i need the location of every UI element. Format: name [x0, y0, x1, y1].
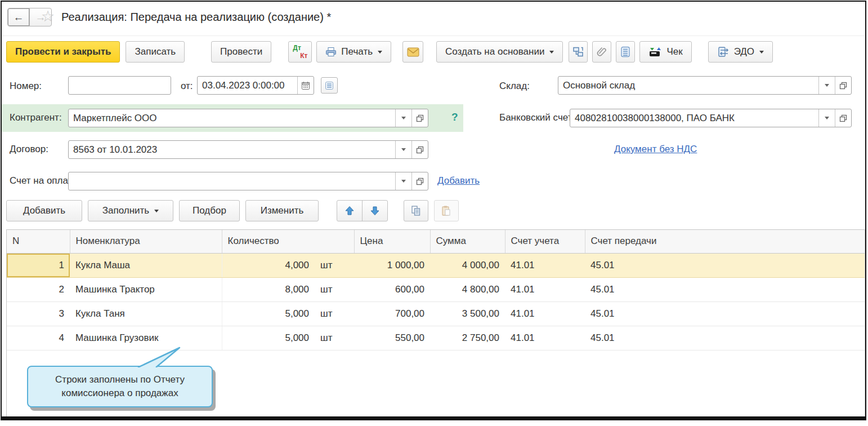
- invoice-add-link[interactable]: Добавить: [437, 175, 480, 187]
- cell-price[interactable]: 1 000,00: [354, 253, 430, 277]
- print-label: Печать: [341, 46, 373, 57]
- col-account[interactable]: Счет учета: [505, 230, 585, 253]
- cell-transfer_account[interactable]: 45.01: [585, 277, 865, 301]
- add-row-button[interactable]: Добавить: [6, 200, 82, 221]
- fill-button[interactable]: Заполнить: [88, 200, 173, 221]
- edo-button[interactable]: ЭДО: [708, 41, 773, 63]
- post-and-close-button[interactable]: Провести и закрыть: [6, 41, 120, 63]
- cell-account[interactable]: 41.01: [505, 253, 585, 277]
- pick-button[interactable]: Подбор: [179, 200, 240, 221]
- table-row[interactable]: 3Кукла Таня5,000шт700,003 500,0041.0145.…: [7, 301, 865, 326]
- warehouse-input[interactable]: Основной склад: [558, 76, 852, 95]
- cell-n[interactable]: 4: [7, 326, 70, 350]
- table-row[interactable]: 2Машинка Трактор8,000шт600,004 800,0041.…: [7, 277, 865, 301]
- cell-account[interactable]: 41.01: [505, 326, 585, 350]
- contract-value[interactable]: 8563 от 10.01.2023: [69, 141, 395, 158]
- back-button[interactable]: ←: [7, 8, 30, 26]
- save-button[interactable]: Записать: [126, 41, 185, 63]
- cell-nomenclature[interactable]: Кукла Таня: [70, 301, 222, 326]
- col-price[interactable]: Цена: [354, 230, 430, 253]
- copy-button[interactable]: [404, 200, 428, 221]
- paste-button[interactable]: [434, 200, 459, 221]
- number-input[interactable]: [68, 76, 171, 95]
- cell-n[interactable]: 3: [7, 301, 70, 326]
- cell-qty[interactable]: 4,000: [222, 253, 315, 277]
- printer-icon: [325, 46, 337, 57]
- counterparty-help-link[interactable]: ?: [451, 111, 458, 123]
- items-table: N Номенклатура Количество Цена Сумма Сче…: [7, 230, 865, 350]
- date-input[interactable]: 03.04.2023 0:00:00: [197, 76, 314, 95]
- cell-price[interactable]: 600,00: [354, 277, 430, 301]
- warehouse-value[interactable]: Основной склад: [558, 77, 818, 94]
- move-up-button[interactable]: [337, 200, 363, 221]
- edo-exchange-icon: [717, 46, 730, 57]
- cell-unit[interactable]: шт: [315, 301, 354, 326]
- cell-unit[interactable]: шт: [315, 277, 354, 301]
- cell-n[interactable]: 1: [7, 253, 70, 277]
- cell-sum[interactable]: 4 800,00: [430, 277, 505, 301]
- cell-nomenclature[interactable]: Кукла Маша: [70, 253, 222, 277]
- cell-sum[interactable]: 3 500,00: [430, 301, 505, 326]
- report-button[interactable]: [616, 41, 635, 63]
- dropdown-button[interactable]: [395, 109, 411, 127]
- post-button[interactable]: Провести: [211, 41, 271, 63]
- cell-transfer_account[interactable]: 45.01: [585, 253, 865, 277]
- table-row[interactable]: 1Кукла Маша4,000шт1 000,004 000,0041.014…: [7, 253, 865, 277]
- cell-sum[interactable]: 2 750,00: [430, 326, 505, 350]
- bank-account-value[interactable]: 40802810038000138000, ПАО БАНК: [570, 109, 818, 127]
- cell-sum[interactable]: 4 000,00: [430, 253, 505, 277]
- bank-account-input[interactable]: 40802810038000138000, ПАО БАНК: [570, 109, 852, 127]
- cell-nomenclature[interactable]: Машинка Трактор: [70, 277, 222, 301]
- dropdown-button[interactable]: [395, 141, 411, 158]
- calendar-button[interactable]: [297, 77, 314, 94]
- open-button[interactable]: [411, 141, 428, 158]
- cell-qty[interactable]: 5,000: [222, 301, 315, 326]
- col-n[interactable]: N: [7, 230, 70, 253]
- number-value[interactable]: [69, 77, 171, 94]
- open-button[interactable]: [411, 172, 428, 190]
- cell-qty[interactable]: 8,000: [222, 277, 315, 301]
- cell-price[interactable]: 550,00: [354, 326, 430, 350]
- col-transfer-account[interactable]: Счет передачи: [585, 230, 865, 253]
- dt-kt-button[interactable]: Дт Кт: [288, 41, 312, 63]
- cell-unit[interactable]: шт: [315, 326, 354, 350]
- cell-price[interactable]: 700,00: [354, 301, 430, 326]
- cell-n[interactable]: 2: [7, 277, 70, 301]
- dropdown-button[interactable]: [818, 109, 835, 127]
- counterparty-input[interactable]: Маркетплейс ООО: [68, 109, 428, 127]
- related-documents-button[interactable]: [569, 41, 588, 63]
- dropdown-button[interactable]: [818, 77, 835, 94]
- table-row[interactable]: 4Машинка Грузовик5,000шт550,002 750,0041…: [7, 326, 865, 350]
- invoice-value[interactable]: [69, 172, 395, 190]
- open-icon: [416, 114, 424, 122]
- cell-qty[interactable]: 5,000: [222, 326, 315, 350]
- chevron-down-icon: [401, 117, 406, 119]
- col-sum[interactable]: Сумма: [430, 230, 505, 253]
- dropdown-button[interactable]: [395, 172, 411, 190]
- col-quantity[interactable]: Количество: [222, 230, 354, 253]
- favorite-star-icon[interactable]: ☆: [41, 7, 55, 25]
- attachments-button[interactable]: [592, 41, 611, 63]
- contract-input[interactable]: 8563 от 10.01.2023: [68, 140, 428, 159]
- move-down-button[interactable]: [362, 200, 388, 221]
- print-button[interactable]: Печать: [316, 41, 391, 63]
- cell-transfer_account[interactable]: 45.01: [585, 301, 865, 326]
- cell-account[interactable]: 41.01: [505, 277, 585, 301]
- cell-account[interactable]: 41.01: [505, 301, 585, 326]
- no-vat-link[interactable]: Документ без НДС: [614, 144, 697, 155]
- date-value[interactable]: 03.04.2023 0:00:00: [198, 77, 297, 94]
- col-nomenclature[interactable]: Номенклатура: [70, 230, 222, 253]
- open-list-button[interactable]: [321, 77, 338, 94]
- cell-unit[interactable]: шт: [315, 253, 354, 277]
- open-button[interactable]: [835, 77, 851, 94]
- create-based-on-button[interactable]: Создать на основании: [436, 41, 563, 63]
- edit-button[interactable]: Изменить: [245, 200, 319, 221]
- check-button[interactable]: Чек: [639, 41, 691, 63]
- counterparty-value[interactable]: Маркетплейс ООО: [69, 109, 395, 127]
- contract-label: Договор:: [10, 144, 48, 155]
- send-email-button[interactable]: [402, 41, 423, 63]
- open-button[interactable]: [835, 109, 851, 127]
- invoice-input[interactable]: [68, 172, 428, 190]
- cell-transfer_account[interactable]: 45.01: [585, 326, 865, 350]
- open-button[interactable]: [411, 109, 428, 127]
